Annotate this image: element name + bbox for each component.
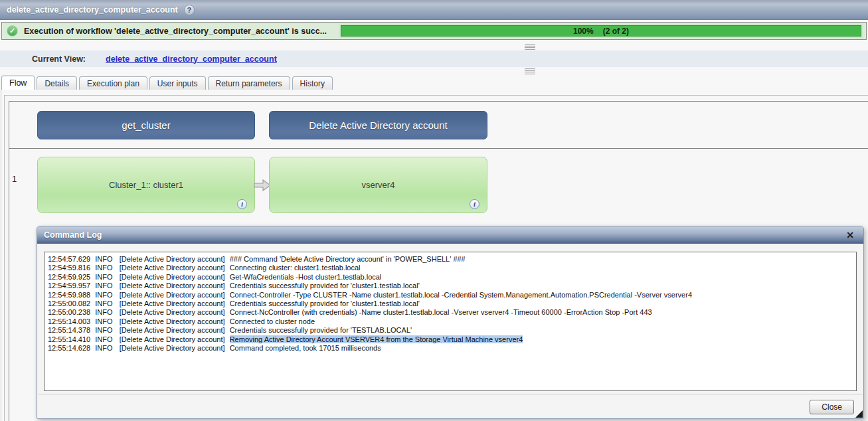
log-level: INFO xyxy=(95,344,112,352)
log-entry: 12:55:00.082 INFO [Delete Active Directo… xyxy=(48,299,853,308)
log-source: [Delete Active Directory account] xyxy=(120,326,225,334)
view-tab[interactable]: Flow xyxy=(1,75,35,90)
flow-panel-left-edge xyxy=(1,90,1,421)
log-entry: 12:54:59.957 INFO [Delete Active Directo… xyxy=(48,282,853,290)
log-timestamp: 12:55:14.410 xyxy=(48,335,90,343)
log-level: INFO xyxy=(95,335,112,343)
log-message: ### Command 'Delete Active Directory acc… xyxy=(230,255,466,263)
log-source: [Delete Active Directory account] xyxy=(120,308,225,316)
info-icon[interactable]: i xyxy=(237,199,247,209)
log-timestamp: 12:55:14.378 xyxy=(48,326,90,334)
view-tab[interactable]: Details xyxy=(37,76,77,90)
view-tab-label: History xyxy=(300,79,325,88)
log-source: [Delete Active Directory account] xyxy=(120,273,225,281)
log-message: Get-WfaCredentials -Host cluster1.testla… xyxy=(230,273,382,281)
view-tab[interactable]: User inputs xyxy=(149,76,206,90)
step-result-cluster[interactable]: Cluster_1:: cluster1 i xyxy=(37,157,255,213)
flow-header-row: get_cluster Delete Active Directory acco… xyxy=(9,102,868,149)
log-timestamp: 12:54:57.629 xyxy=(48,255,90,263)
log-message: Removing Active Directory Account VSERVE… xyxy=(230,335,523,343)
log-source: [Delete Active Directory account] xyxy=(120,291,225,299)
log-message: Connect-Controller -Type CLUSTER -Name c… xyxy=(230,291,692,299)
log-timestamp: 12:55:14.628 xyxy=(48,344,90,352)
log-message: Credentials successfully provided for 'c… xyxy=(230,299,420,307)
log-message: Command completed, took 17015 millisecon… xyxy=(230,344,381,352)
window-title: delete_active_directory_computer_account xyxy=(7,5,178,15)
progress-count: (2 of 2) xyxy=(603,27,629,36)
log-message: Credentials successfully provided for 'c… xyxy=(230,282,420,290)
log-entry: 12:55:00.238 INFO [Delete Active Directo… xyxy=(48,308,853,317)
log-source: [Delete Active Directory account] xyxy=(120,282,225,290)
view-tab[interactable]: Return parameters xyxy=(208,76,290,90)
command-log-title: Command Log xyxy=(44,230,102,240)
info-icon[interactable]: i xyxy=(470,199,479,209)
window-titlebar: delete_active_directory_computer_account… xyxy=(0,0,868,20)
log-message: Connected to cluster node xyxy=(230,317,315,325)
log-entry: 12:54:59.988 INFO [Delete Active Directo… xyxy=(48,291,853,299)
command-log-viewer[interactable]: 12:54:57.629 INFO [Delete Active Directo… xyxy=(44,252,857,391)
log-source: [Delete Active Directory account] xyxy=(120,264,225,272)
view-tab[interactable]: History xyxy=(292,76,333,90)
step-result-vserver[interactable]: vserver4 i xyxy=(269,157,487,213)
close-button[interactable]: Close xyxy=(810,400,854,414)
log-entry: 12:54:59.816 INFO [Delete Active Directo… xyxy=(48,264,853,272)
log-source: [Delete Active Directory account] xyxy=(120,335,225,343)
log-entry: 12:55:14.410 INFO [Delete Active Directo… xyxy=(48,335,853,344)
execution-progress-bar: 100% (2 of 2) xyxy=(341,25,861,37)
log-source: [Delete Active Directory account] xyxy=(120,255,225,263)
dialog-footer: Close xyxy=(38,394,863,418)
command-header-label: Delete Active Directory account xyxy=(309,120,447,131)
view-tab-label: Flow xyxy=(9,78,27,88)
log-timestamp: 12:54:59.925 xyxy=(48,273,90,281)
view-tab-label: Details xyxy=(44,79,69,88)
dialog-resize-handle[interactable] xyxy=(855,410,863,418)
log-level: INFO xyxy=(95,273,112,281)
execution-progress-track: 100% (2 of 2) xyxy=(339,24,863,38)
log-message: Credentials successfully provided for 'T… xyxy=(230,326,412,334)
view-tab-label: Execution plan xyxy=(87,79,139,88)
log-entry: 12:55:14.628 INFO [Delete Active Directo… xyxy=(48,344,853,353)
command-header-delete-ad-account: Delete Active Directory account xyxy=(269,111,487,139)
dialog-close-icon[interactable]: ✕ xyxy=(846,230,854,240)
progress-percent: 100% xyxy=(573,27,594,36)
splitter-handle-bottom[interactable] xyxy=(525,68,535,74)
current-view-bar: Current View: delete_active_directory_co… xyxy=(0,50,868,67)
log-source: [Delete Active Directory account] xyxy=(120,344,225,352)
view-tab-label: User inputs xyxy=(157,79,198,88)
flow-row-number: 1 xyxy=(12,174,17,184)
success-check-icon: ✓ xyxy=(7,25,18,37)
log-timestamp: 12:55:14.003 xyxy=(48,317,90,325)
log-level: INFO xyxy=(95,308,112,316)
execution-status-message: Execution of workflow 'delete_active_dir… xyxy=(24,27,327,36)
command-log-titlebar[interactable]: Command Log ✕ xyxy=(37,226,863,244)
log-entry: 12:54:59.925 INFO [Delete Active Directo… xyxy=(48,273,853,282)
log-entry: 12:55:14.378 INFO [Delete Active Directo… xyxy=(48,326,853,335)
view-tab-label: Return parameters xyxy=(216,79,282,88)
log-timestamp: 12:54:59.957 xyxy=(48,282,90,290)
log-level: INFO xyxy=(95,326,112,334)
log-timestamp: 12:55:00.082 xyxy=(48,299,90,307)
log-message: Connecting cluster: cluster1.testlab.loc… xyxy=(230,264,361,272)
current-view-link[interactable]: delete_active_directory_computer_account xyxy=(106,54,277,64)
log-entry: 12:54:57.629 INFO [Delete Active Directo… xyxy=(48,255,853,264)
log-level: INFO xyxy=(95,291,112,299)
view-tab[interactable]: Execution plan xyxy=(79,76,147,90)
step-result-label: vserver4 xyxy=(362,180,395,190)
log-level: INFO xyxy=(95,317,112,325)
log-level: INFO xyxy=(95,282,112,290)
log-level: INFO xyxy=(95,299,112,307)
command-header-get-cluster: get_cluster xyxy=(37,111,255,139)
log-timestamp: 12:54:59.816 xyxy=(48,264,90,272)
log-level: INFO xyxy=(95,255,112,263)
log-level: INFO xyxy=(95,264,112,272)
step-result-label: Cluster_1:: cluster1 xyxy=(109,180,183,190)
log-entry: 12:55:14.003 INFO [Delete Active Directo… xyxy=(48,317,853,326)
help-icon[interactable]: ? xyxy=(184,5,195,15)
execution-status-bar: ✓ Execution of workflow 'delete_active_d… xyxy=(1,22,867,40)
workflow-execution-window: delete_active_directory_computer_account… xyxy=(0,0,868,421)
log-source: [Delete Active Directory account] xyxy=(120,317,225,325)
log-timestamp: 12:55:00.238 xyxy=(48,308,90,316)
current-view-label: Current View: xyxy=(32,54,86,64)
splitter-handle-top[interactable] xyxy=(525,44,535,50)
command-log-dialog: Command Log ✕ 12:54:57.629 INFO [Delete … xyxy=(37,226,864,419)
